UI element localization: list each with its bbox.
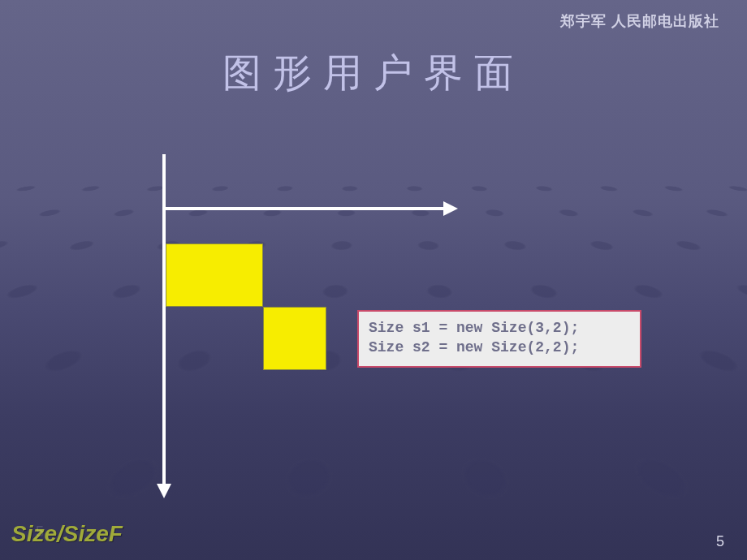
page-number: 5 (716, 533, 724, 550)
x-axis-line (162, 207, 447, 210)
page-number-shadow: 5 (36, 523, 44, 541)
size-rectangle-s1 (166, 243, 263, 307)
author-publisher: 郑宇军 人民邮电出版社 (560, 11, 719, 31)
slide-title: 图形用户界面 (0, 47, 747, 99)
code-line-2: Size s2 = new Size(2,2); (369, 339, 579, 355)
x-axis-arrow-icon (443, 201, 458, 216)
code-line-1: Size s1 = new Size(3,2); (369, 320, 579, 336)
y-axis-arrow-icon (157, 484, 171, 498)
code-example-box: Size s1 = new Size(3,2); Size s2 = new S… (357, 310, 641, 368)
footer-topic-label: Size/SizeF (11, 521, 123, 547)
size-rectangle-s2 (263, 307, 326, 370)
coordinate-diagram (89, 138, 382, 487)
y-axis-line (162, 154, 166, 487)
